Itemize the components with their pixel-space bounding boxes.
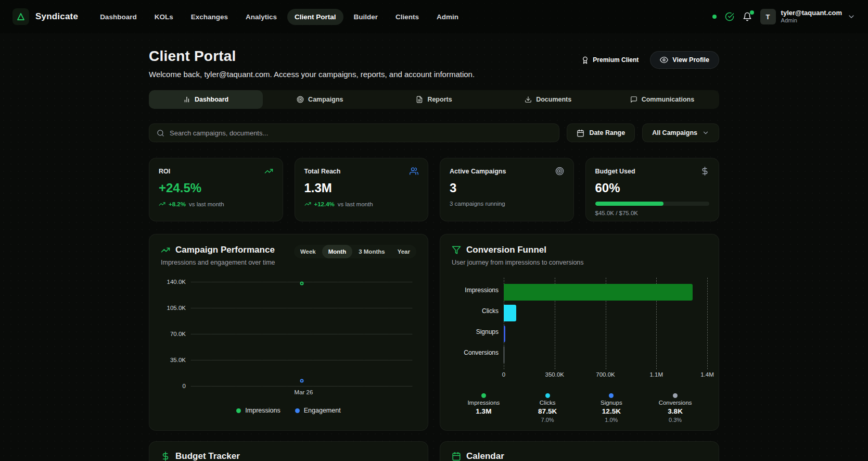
gridline: 0 bbox=[191, 386, 412, 387]
conversions-bar[interactable] bbox=[504, 346, 504, 363]
nav-links: Dashboard KOLs Exchanges Analytics Clien… bbox=[93, 9, 466, 25]
stat-delta: +12.4% bbox=[314, 201, 335, 207]
view-profile-button[interactable]: View Profile bbox=[650, 51, 719, 69]
nav-item-clients[interactable]: Clients bbox=[388, 9, 426, 25]
funnel-row bbox=[504, 282, 707, 303]
filter-row: Date Range All Campaigns bbox=[149, 123, 719, 142]
user-menu[interactable]: T tyler@taquant.com Admin bbox=[760, 9, 856, 24]
stat-label: ROI bbox=[159, 168, 170, 175]
chart-title: Conversion Funnel bbox=[466, 245, 546, 255]
target-icon bbox=[297, 96, 304, 103]
brand[interactable]: Syndicate bbox=[12, 8, 78, 25]
fstat-label: Signups bbox=[601, 400, 622, 406]
funnel-stat-clicks: Clicks 87.5K 7.0% bbox=[516, 393, 580, 423]
date-range-button[interactable]: Date Range bbox=[567, 123, 635, 142]
gridline: 70.0K bbox=[191, 334, 412, 334]
fstat-value: 3.8K bbox=[668, 407, 683, 415]
signups-bar[interactable] bbox=[504, 326, 505, 342]
stat-dot bbox=[673, 393, 678, 398]
main-content: Client Portal Welcome back, tyler@taquan… bbox=[149, 33, 719, 461]
stat-value: 1.3M bbox=[304, 181, 419, 195]
bottom-row: Budget Tracker Calendar bbox=[149, 441, 719, 461]
tab-dashboard[interactable]: Dashboard bbox=[149, 90, 263, 109]
trending-up-icon bbox=[304, 201, 311, 207]
trending-up-icon bbox=[161, 245, 170, 255]
notifications-button[interactable] bbox=[743, 12, 752, 22]
stat-card-active-campaigns: Active Campaigns 3 3 campaigns running bbox=[440, 158, 574, 221]
nav-item-client-portal[interactable]: Client Portal bbox=[287, 9, 343, 25]
range-3months-button[interactable]: 3 Months bbox=[352, 245, 391, 258]
range-week-button[interactable]: Week bbox=[294, 245, 322, 258]
legend-label: Impressions bbox=[245, 407, 280, 414]
nav-item-admin[interactable]: Admin bbox=[429, 9, 466, 25]
nav-item-builder[interactable]: Builder bbox=[347, 9, 386, 25]
award-icon bbox=[581, 56, 589, 64]
fstat-label: Conversions bbox=[659, 400, 692, 406]
bar-chart-icon bbox=[183, 96, 190, 103]
date-range-label: Date Range bbox=[589, 129, 625, 136]
tab-communications[interactable]: Communications bbox=[605, 90, 719, 109]
funnel-category: Signups bbox=[452, 321, 504, 342]
nav-item-kols[interactable]: KOLs bbox=[147, 9, 181, 25]
nav-item-exchanges[interactable]: Exchanges bbox=[184, 9, 235, 25]
stats-row: ROI +24.5% +8.2% vs last month Total Rea… bbox=[149, 158, 719, 221]
x-axis: Mar 26 bbox=[191, 389, 416, 398]
nav-item-dashboard[interactable]: Dashboard bbox=[93, 9, 144, 25]
top-nav: Syndicate Dashboard KOLs Exchanges Analy… bbox=[0, 0, 868, 33]
impressions-bar[interactable] bbox=[504, 284, 693, 301]
chart-title: Campaign Performance bbox=[175, 245, 275, 255]
y-tick: 0 bbox=[183, 383, 186, 389]
section-title: Budget Tracker bbox=[175, 451, 240, 461]
check-circle-icon bbox=[725, 12, 734, 21]
section-title: Calendar bbox=[466, 451, 504, 461]
fstat-value: 87.5K bbox=[538, 407, 557, 415]
campaign-filter-select[interactable]: All Campaigns bbox=[642, 123, 719, 142]
tab-documents[interactable]: Documents bbox=[491, 90, 605, 109]
portal-tabbar: Dashboard Campaigns Reports Documents Co… bbox=[149, 90, 719, 109]
x-tick: 0 bbox=[502, 371, 505, 378]
legend-impressions: Impressions bbox=[236, 407, 280, 414]
funnel-summary: Impressions 1.3M Clicks 87.5K 7.0% Signu… bbox=[452, 393, 707, 423]
stat-card-budget-used: Budget Used 60% $45.0K / $75.0K bbox=[585, 158, 720, 221]
x-tick: 1.1M bbox=[649, 371, 663, 378]
dollar-icon bbox=[161, 452, 170, 461]
nav-item-analytics[interactable]: Analytics bbox=[238, 9, 284, 25]
avatar: T bbox=[760, 9, 776, 24]
stat-delta-suffix: vs last month bbox=[189, 201, 224, 207]
stat-label: Total Reach bbox=[304, 168, 341, 175]
funnel-stat-conversions: Conversions 3.8K 0.3% bbox=[643, 393, 707, 423]
engagement-data-point[interactable] bbox=[300, 379, 303, 383]
search-icon bbox=[157, 129, 164, 137]
calendar-icon bbox=[577, 129, 584, 137]
y-tick: 140.0K bbox=[167, 279, 186, 285]
fstat-value: 1.3M bbox=[476, 407, 491, 415]
x-tick: 1.4M bbox=[700, 371, 714, 378]
tab-campaigns[interactable]: Campaigns bbox=[263, 90, 377, 109]
stat-footnote: $45.0K / $75.0K bbox=[595, 210, 710, 216]
funnel-row bbox=[504, 344, 707, 365]
gridline: 105.0K bbox=[191, 308, 412, 308]
calendar-icon bbox=[452, 452, 461, 461]
search-input[interactable] bbox=[170, 129, 552, 137]
brand-name: Syndicate bbox=[35, 11, 78, 22]
file-text-icon bbox=[416, 96, 423, 103]
download-icon bbox=[525, 96, 532, 103]
clicks-bar[interactable] bbox=[504, 305, 516, 321]
tab-reports[interactable]: Reports bbox=[377, 90, 491, 109]
impressions-data-point[interactable] bbox=[300, 281, 303, 285]
page-header-actions: Premium Client View Profile bbox=[581, 51, 719, 69]
range-selector: Week Month 3 Months Year bbox=[294, 245, 416, 258]
legend-dot bbox=[236, 408, 241, 413]
premium-badge-label: Premium Client bbox=[593, 56, 639, 64]
target-icon bbox=[555, 167, 564, 176]
range-year-button[interactable]: Year bbox=[391, 245, 416, 258]
range-month-button[interactable]: Month bbox=[322, 245, 352, 258]
conversion-funnel-card: Conversion Funnel User journey from impr… bbox=[440, 234, 719, 431]
funnel-plot: Impressions Clicks Signups Conversions bbox=[452, 280, 707, 367]
funnel-row bbox=[504, 303, 707, 323]
x-tick: 700.0K bbox=[596, 371, 615, 378]
fstat-label: Clicks bbox=[540, 400, 556, 406]
page-title: Client Portal bbox=[149, 48, 475, 65]
conversion-funnel-heading: Conversion Funnel User journey from impr… bbox=[452, 245, 584, 266]
fstat-pct: 7.0% bbox=[541, 417, 554, 423]
